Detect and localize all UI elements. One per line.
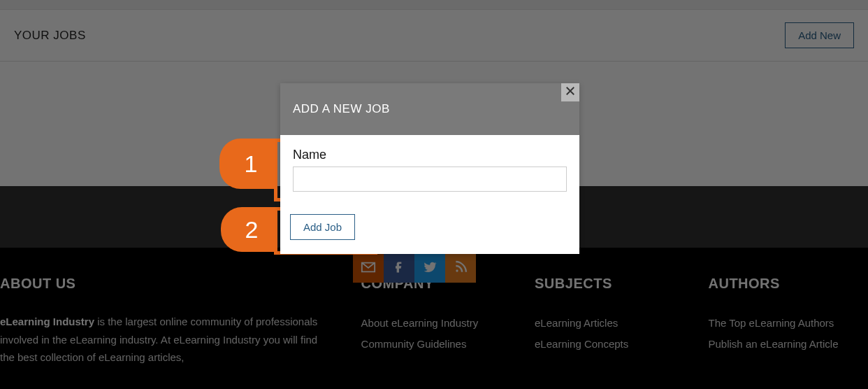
modal-title: ADD A NEW JOB — [293, 102, 390, 116]
name-field-label: Name — [293, 148, 567, 162]
annotation-number: 2 — [221, 207, 275, 252]
annotation-number: 1 — [219, 139, 275, 189]
modal-body: Name Add Job — [280, 135, 579, 254]
close-button[interactable] — [561, 83, 579, 101]
modal-header: ADD A NEW JOB — [280, 83, 579, 135]
add-job-button[interactable]: Add Job — [290, 214, 355, 240]
name-input[interactable] — [293, 167, 567, 192]
add-job-modal: ADD A NEW JOB Name Add Job — [280, 83, 579, 254]
close-icon — [564, 85, 577, 100]
